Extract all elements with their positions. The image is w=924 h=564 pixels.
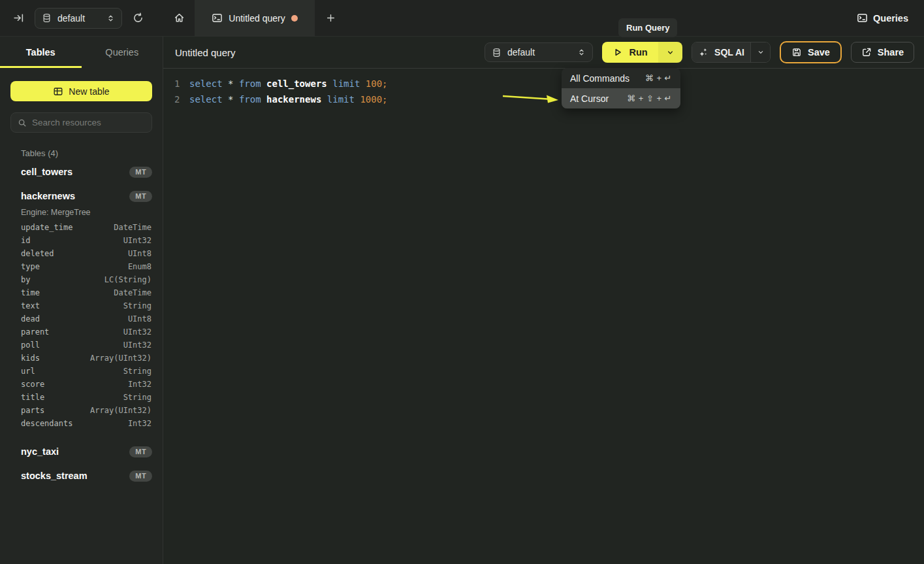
column-name: by [21,275,104,284]
sql-ai-button[interactable]: SQL AI [692,42,750,62]
sql-ai-label: SQL AI [714,47,744,58]
column-name: poll [21,340,123,350]
run-split-button: Run [602,42,682,63]
engine-badge: MT [129,167,152,178]
refresh-icon[interactable] [133,12,144,24]
column-row[interactable]: deletedUInt8 [0,247,163,260]
column-name: parts [21,406,90,415]
engine-badge: MT [129,446,152,457]
new-tab-button[interactable] [315,0,347,36]
run-query-tooltip: Run Query [618,18,677,37]
column-row[interactable]: pollUInt32 [0,339,163,352]
column-name: update_time [21,223,114,232]
chevron-updown-icon [577,48,586,57]
table-name: cell_towers [21,167,129,177]
column-row[interactable]: typeEnum8 [0,260,163,273]
line-number: 2 [174,94,183,105]
editor-line[interactable]: 2select * from hackernews limit 1000; [163,91,924,107]
column-type: String [123,393,151,402]
column-type: Enum8 [128,262,151,271]
run-button-label: Run [629,47,647,58]
table-name: hackernews [21,191,129,201]
table-name: stocks_stream [21,471,129,481]
search-input[interactable] [32,118,148,127]
column-row[interactable]: deadUInt8 [0,312,163,325]
column-row[interactable]: urlString [0,365,163,378]
terminal-icon [212,12,223,24]
tab-tables[interactable]: Tables [0,37,82,68]
column-row[interactable]: byLC(String) [0,273,163,286]
column-type: UInt32 [123,327,151,337]
sidebar: Tables Queries New table Tables (4) cell… [0,37,163,564]
queries-button[interactable]: Queries [841,0,924,36]
external-link-icon [861,47,872,58]
column-row[interactable]: descendantsInt32 [0,417,163,430]
share-button-label: Share [878,47,904,58]
column-type: Int32 [128,380,151,389]
engine-badge: MT [129,191,152,202]
run-options-button[interactable] [658,42,682,63]
toolbar-database-selector[interactable]: default [485,42,593,62]
table-icon [53,86,63,97]
sidebar-tabs: Tables Queries [0,37,163,68]
column-name: text [21,301,123,310]
column-row[interactable]: kidsArray(UInt32) [0,352,163,365]
column-row[interactable]: textString [0,299,163,312]
sparkles-icon [698,47,709,58]
column-type: UInt8 [128,249,151,258]
toolbar-database-value: default [507,47,571,58]
column-row[interactable]: idUInt32 [0,234,163,247]
database-selector[interactable]: default [35,8,122,29]
column-row[interactable]: scoreInt32 [0,378,163,391]
sql-console-window: default Untitled query [0,0,924,564]
save-icon [791,47,802,58]
collapse-sidebar-icon[interactable] [13,12,24,24]
run-button[interactable]: Run [602,42,658,63]
run-menu-item[interactable]: At Cursor⌘ + ⇧ + ↵ [562,88,680,108]
sql-ai-split-button: SQL AI [692,42,771,63]
column-row[interactable]: titleString [0,391,163,404]
queries-button-label: Queries [873,13,908,24]
table-name: nyc_taxi [21,446,129,457]
search-box [10,112,152,133]
column-name: kids [21,354,90,363]
chevron-updown-icon [106,14,115,23]
column-name: title [21,393,123,402]
tables-section-title: Tables (4) [21,148,163,158]
top-bar-left: default [0,0,163,36]
new-table-button[interactable]: New table [10,81,152,101]
table-row-stocks-stream[interactable]: stocks_stream MT [0,465,163,486]
sql-editor[interactable]: 1select * from cell_towers limit 100;2se… [163,69,924,107]
main-area: Untitled query default Run [163,37,924,564]
table-row-nyc-taxi[interactable]: nyc_taxi MT [0,441,163,462]
query-toolbar: Untitled query default Run [163,37,924,69]
run-menu-item[interactable]: All Commands⌘ + ↵ [562,68,680,88]
plus-icon [326,13,336,23]
database-selector-value: default [57,13,101,24]
column-name: time [21,288,114,297]
column-row[interactable]: parentUInt32 [0,325,163,339]
sql-ai-options-button[interactable] [750,42,770,62]
query-title: Untitled query [175,47,236,58]
spacer [0,430,163,438]
tab-untitled-query[interactable]: Untitled query [195,0,315,36]
column-row[interactable]: update_timeDateTime [0,221,163,234]
column-name: score [21,380,128,389]
search-icon [18,118,27,127]
tab-queries[interactable]: Queries [82,37,163,68]
column-type: DateTime [114,223,151,232]
column-row[interactable]: partsArray(UInt32) [0,404,163,417]
chevron-down-icon [757,48,765,56]
editor-line[interactable]: 1select * from cell_towers limit 100; [163,76,924,91]
share-button[interactable]: Share [851,42,914,63]
column-type: String [123,367,151,376]
table-row-cell-towers[interactable]: cell_towers MT [0,161,163,182]
column-row[interactable]: timeDateTime [0,286,163,299]
column-type: String [123,301,151,310]
save-button[interactable]: Save [780,41,842,63]
home-button[interactable] [163,0,195,36]
code-text: select * from hackernews limit 1000; [189,94,388,105]
table-row-hackernews[interactable]: hackernews MT [0,186,163,207]
engine-badge: MT [129,471,152,482]
menu-item-shortcut: ⌘ + ↵ [645,73,672,83]
